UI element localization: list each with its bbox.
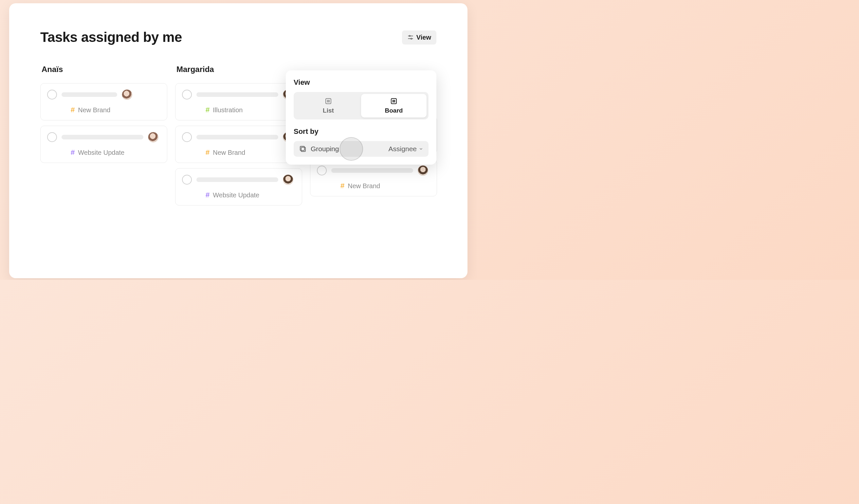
view-option-list[interactable]: List [296, 94, 361, 118]
view-button[interactable]: View [402, 30, 436, 45]
grouping-label: Grouping [311, 145, 339, 153]
grouping-value: Assignee [389, 145, 417, 153]
popover-sort-title: Sort by [293, 127, 428, 136]
task-card[interactable]: # New Brand [175, 126, 302, 163]
avatar[interactable] [122, 89, 132, 100]
view-button-label: View [417, 34, 431, 41]
hash-icon: # [206, 148, 210, 157]
view-option-board[interactable]: Board [361, 94, 426, 118]
hash-icon: # [71, 106, 75, 114]
hash-icon: # [341, 182, 344, 190]
task-card[interactable]: # New Brand [310, 159, 437, 196]
popover-view-title: View [293, 78, 428, 87]
task-card[interactable]: # Illustration [175, 83, 302, 120]
grouping-selector[interactable]: Grouping Assignee [293, 141, 428, 157]
hash-icon: # [206, 106, 210, 114]
card-top [182, 89, 295, 100]
title-placeholder [196, 92, 278, 97]
chevron-down-icon [419, 147, 423, 151]
column-header: Anaïs [40, 65, 167, 74]
app-window: Tasks assigned by me View Anaïs # New Br… [9, 3, 467, 278]
checkbox[interactable] [317, 166, 327, 175]
card-top [47, 89, 161, 100]
column-header: Margarida [175, 65, 302, 74]
tag[interactable]: # New Brand [317, 182, 430, 190]
tag[interactable]: # Illustration [182, 106, 295, 114]
tag-label: Illustration [213, 106, 243, 114]
tag-label: Website Update [213, 192, 259, 199]
card-top [182, 174, 295, 185]
tag-label: Website Update [78, 149, 124, 156]
list-icon [325, 97, 332, 105]
hash-icon: # [71, 148, 75, 157]
title-placeholder [331, 168, 413, 173]
title-placeholder [62, 135, 144, 139]
checkbox[interactable] [182, 90, 192, 100]
checkbox[interactable] [47, 90, 57, 100]
checkbox[interactable] [47, 132, 57, 142]
svg-point-1 [409, 35, 410, 36]
checkbox[interactable] [182, 132, 192, 142]
title-placeholder [196, 135, 278, 139]
view-segmented: List Board [293, 92, 428, 120]
board-icon [390, 97, 398, 105]
task-card[interactable]: # New Brand [40, 83, 167, 120]
tag[interactable]: # Website Update [47, 148, 161, 157]
sliders-icon [407, 34, 414, 41]
avatar[interactable] [148, 132, 159, 142]
tag[interactable]: # New Brand [182, 148, 295, 157]
svg-point-3 [411, 38, 412, 39]
task-card[interactable]: # Website Update [175, 168, 302, 205]
avatar[interactable] [418, 165, 428, 176]
card-top [182, 132, 295, 142]
header-row: Tasks assigned by me View [40, 29, 436, 45]
grouping-icon [299, 145, 307, 153]
card-top [47, 132, 161, 142]
avatar[interactable] [283, 174, 293, 185]
tag[interactable]: # New Brand [47, 106, 161, 114]
grouping-value-wrap[interactable]: Assignee [389, 145, 423, 153]
view-option-list-label: List [323, 107, 334, 114]
title-placeholder [62, 92, 117, 97]
view-option-board-label: Board [385, 107, 403, 114]
svg-rect-13 [300, 146, 304, 151]
svg-rect-12 [301, 147, 305, 152]
tag[interactable]: # Website Update [182, 191, 295, 199]
tag-label: New Brand [348, 182, 380, 190]
column-margarida: Margarida # Illustration [175, 65, 302, 211]
checkbox[interactable] [182, 175, 192, 185]
column-anais: Anaïs # New Brand # [40, 65, 167, 211]
tag-label: New Brand [213, 149, 245, 156]
hash-icon: # [206, 191, 210, 199]
click-indicator [340, 137, 363, 161]
page-title: Tasks assigned by me [40, 29, 182, 45]
title-placeholder [196, 178, 278, 182]
tag-label: New Brand [78, 106, 110, 114]
task-card[interactable]: # Website Update [40, 126, 167, 163]
card-top [317, 165, 430, 176]
view-popover: View List Board Sort by [286, 70, 436, 165]
